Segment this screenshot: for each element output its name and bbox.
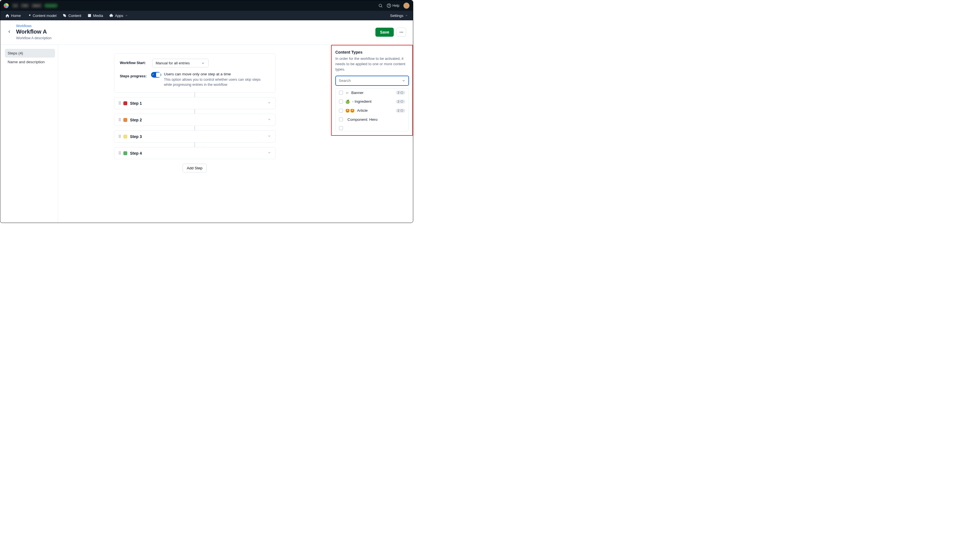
nav-content[interactable]: Content [63,14,81,18]
step-row[interactable]: ⠿ Step 4 [114,147,275,159]
usage-count-badge: 2 [396,109,405,113]
step-color-dot [123,118,127,122]
content-type-icon: ↔ [345,91,349,95]
content-type-item[interactable]: Component: Hero [336,115,409,124]
breadcrumb[interactable]: Workflows [16,24,52,28]
chevron-down-icon [267,134,271,139]
toggle-title: Users can move only one step at a time [164,72,270,76]
workflow-start-label: Workflow Start: [120,59,148,65]
nav-home[interactable]: Home [5,14,21,18]
org-switcher-blurred: ≡ TE Amr master [12,3,58,8]
content-types-panel: Content Types In order for the workflow … [331,45,413,136]
step-connector [194,109,195,114]
svg-point-0 [379,4,382,6]
step-connector [194,126,195,131]
svg-point-5 [89,15,89,15]
workflow-icon [400,91,403,94]
workflow-icon [400,109,403,112]
content-type-label: Banner [352,91,364,95]
dots-icon [399,30,404,34]
search-icon[interactable] [378,3,383,8]
steps-progress-toggle[interactable]: ✓ [151,72,161,78]
drag-handle-icon[interactable]: ⠿ [118,118,121,122]
body: Steps (4) Name and description Workflow … [0,45,413,223]
image-icon [88,14,91,18]
back-button[interactable] [7,29,14,35]
sidebar-item-steps[interactable]: Steps (4) [5,49,55,57]
step-label: Step 2 [130,118,142,122]
avatar[interactable] [403,3,410,9]
sidebar-item-name-description[interactable]: Name and description [5,57,55,66]
drag-handle-icon[interactable]: ⠿ [118,134,121,139]
nav-content-model-label: Content model [33,14,57,18]
chevron-down-icon [402,79,406,83]
checkbox[interactable] [339,109,343,113]
more-actions-button[interactable] [396,28,406,37]
content-type-item[interactable]: 🤩🤩 Article 2 [336,106,409,115]
content-type-item[interactable]: ↔ Banner 2 [336,88,409,97]
step-row[interactable]: ⠿ Step 3 [114,131,275,143]
nav-apps[interactable]: Apps [109,14,128,18]
content-type-icon: 🤩🤩 [345,108,355,113]
add-step-button[interactable]: Add Step [183,164,207,172]
nav-content-model[interactable]: Content model [27,14,57,18]
nav-apps-label: Apps [115,14,123,18]
drag-handle-icon[interactable]: ⠿ [118,101,121,105]
save-button[interactable]: Save [375,28,394,37]
content-type-label: Article [357,108,368,113]
workflow-icon [400,100,403,103]
nav-home-label: Home [11,14,21,18]
chevron-down-icon [405,14,408,17]
help-icon [387,3,391,8]
svg-point-3 [389,6,389,7]
left-sidebar: Steps (4) Name and description [0,45,58,223]
step-connector [194,143,195,147]
content-type-icon: 🍏 [345,99,350,104]
content-type-item[interactable] [336,124,409,131]
chevron-down-icon [201,61,205,65]
step-label: Step 3 [130,134,142,139]
usage-count-badge: 2 [396,91,405,94]
nav-content-label: Content [68,14,81,18]
toggle-description: This option allows you to control whethe… [164,77,270,87]
search-input[interactable] [339,78,392,83]
nav-media[interactable]: Media [88,14,103,18]
content-types-search[interactable] [335,76,409,86]
checkbox[interactable] [339,100,343,104]
pen-icon [63,14,67,18]
content-type-item[interactable]: 🍏 - Ingredient 2 [336,97,409,106]
step-row[interactable]: ⠿ Step 1 [114,97,275,109]
step-color-dot [123,135,127,139]
svg-line-1 [381,6,382,7]
home-icon [5,14,9,18]
content-type-label: - Ingredient [352,99,371,104]
puzzle-icon [109,14,113,18]
page-header: Workflows Workflow A Workflow A descript… [0,20,413,45]
chevron-down-icon [125,14,128,17]
step-color-dot [123,151,127,155]
checkbox[interactable] [339,118,343,121]
usage-count-badge: 2 [396,100,405,104]
nav-settings[interactable]: Settings [390,14,408,18]
chevron-down-icon [267,118,271,122]
step-color-dot [123,101,127,105]
check-icon: ✓ [152,73,154,76]
nav-settings-label: Settings [390,14,403,18]
workflow-start-select[interactable]: Manual for all entries [152,59,208,67]
step-connector [194,92,195,97]
help-button[interactable]: Help [387,3,399,8]
content-types-title: Content Types [335,50,409,54]
checkbox[interactable] [339,91,343,94]
checkbox[interactable] [339,126,343,130]
nav-media-label: Media [93,14,103,18]
svg-point-8 [402,32,403,32]
content-types-description: In order for the workflow to be activate… [335,56,409,72]
step-label: Step 1 [130,101,142,105]
step-row[interactable]: ⠿ Step 2 [114,114,275,126]
page-title: Workflow A [16,29,52,35]
steps-progress-label: Steps progress: [120,72,147,78]
drag-handle-icon[interactable]: ⠿ [118,151,121,156]
page-description: Workflow A description [16,36,52,40]
navbar: Home Content model Content Media Apps Se… [0,11,413,20]
workflow-config-card: Workflow Start: Manual for all entries S… [114,53,275,92]
